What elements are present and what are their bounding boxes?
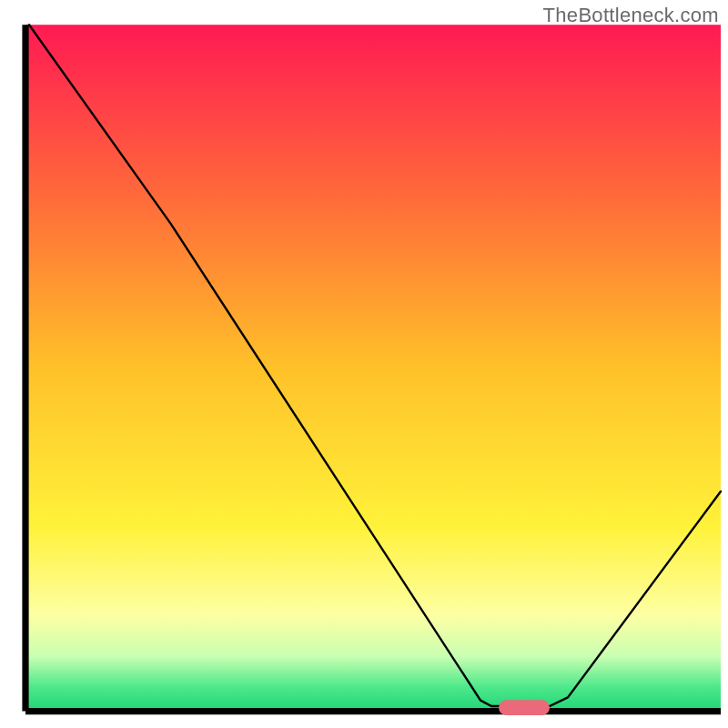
chart-svg bbox=[0, 0, 728, 728]
optimal-marker bbox=[499, 700, 550, 715]
plot-background bbox=[25, 25, 721, 711]
watermark-label: TheBottleneck.com bbox=[543, 4, 719, 27]
chart-stage: TheBottleneck.com bbox=[0, 0, 728, 728]
